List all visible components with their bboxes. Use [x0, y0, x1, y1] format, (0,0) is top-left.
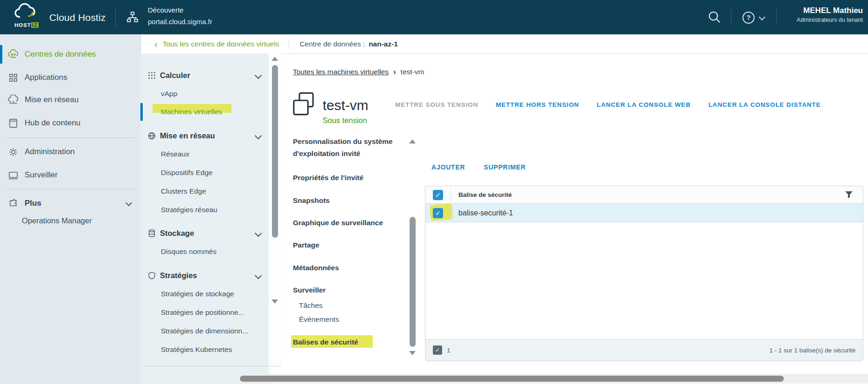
user-role: Administrateurs du tenant	[788, 17, 863, 23]
vm-nav-item-events[interactable]: Événements	[299, 313, 339, 325]
sidebar-item-networking[interactable]: Mise en réseau	[0, 91, 140, 109]
vm-nav-item-guest-properties[interactable]: Propriétés de l'invité	[293, 172, 364, 184]
add-tag-button[interactable]: AJOUTER	[431, 163, 465, 171]
nav-section-storage[interactable]: Stockage	[148, 225, 194, 241]
select-all-checkbox[interactable]: ✓	[433, 190, 443, 200]
delete-tag-button[interactable]: SUPPRIMER	[484, 163, 526, 171]
security-tag-name: balise-securité-1	[458, 209, 513, 217]
breadcrumb-chevron-icon: ›	[393, 67, 396, 77]
vm-nav-label: Tâches	[299, 301, 323, 309]
horizontal-scrollbar-thumb[interactable]	[240, 376, 784, 382]
cloud-logo-icon	[14, 3, 39, 20]
context-breadcrumb-bar: ‹ Tous les centres de données virtuels C…	[140, 34, 868, 54]
vm-nav-item-metadata[interactable]: Métadonnées	[293, 262, 339, 274]
column-header-security-tag[interactable]: Balise de sécurité	[458, 191, 512, 198]
panel-scrollbar-thumb[interactable]	[272, 65, 278, 238]
compute-grid-icon	[148, 72, 156, 79]
nav-item-sizing-policies[interactable]: Stratégies de dimensionn...	[161, 323, 248, 339]
column-divider	[451, 207, 451, 219]
chevron-down-icon	[126, 200, 132, 206]
nav-item-label: Réseaux	[161, 150, 189, 158]
user-menu[interactable]: MEHEL Mathieu Administrateurs du tenant	[788, 6, 863, 23]
all-vms-link[interactable]: Toutes les machines virtuelles	[293, 68, 389, 76]
sidebar-item-label: Administration	[25, 147, 75, 156]
nav-item-label: Stratégies Kubernetes	[161, 345, 232, 354]
vm-nav-item-monitor[interactable]: Surveiller	[293, 284, 326, 296]
nav-item-label: Stratégies de positionne...	[161, 308, 244, 317]
sidebar-item-operations-manager[interactable]: Operations Manager	[0, 211, 140, 230]
vm-nav-item-tasks[interactable]: Tâches	[299, 299, 323, 312]
globe-icon	[148, 132, 156, 140]
sidebar-item-datacenters[interactable]: Centres de données	[0, 45, 140, 64]
nav-item-networks[interactable]: Réseaux	[161, 146, 189, 163]
vm-nav-item-snapshots[interactable]: Snapshots	[293, 195, 330, 207]
back-chevron-icon[interactable]: ‹	[154, 40, 158, 48]
vm-nav-item-monitoring-chart[interactable]: Graphique de surveillance	[293, 217, 383, 229]
vm-nav-label: Personnalisation du système d'exploitati…	[293, 137, 393, 157]
vm-nav-item-security-tags[interactable]: Balises de sécurité	[293, 336, 358, 348]
cloud-network-icon	[8, 95, 19, 105]
vm-nav-label: Événements	[299, 315, 339, 323]
vm-nav-label: Propriétés de l'invité	[293, 174, 364, 182]
help-icon[interactable]: ?	[742, 12, 755, 24]
sidebar-item-applications[interactable]: Applications	[0, 68, 140, 87]
selected-count: 1	[447, 347, 451, 354]
nav-item-label: Stratégies de dimensionn...	[161, 327, 248, 335]
scroll-down-arrow[interactable]	[272, 299, 278, 304]
logo-text-iz: IZ	[31, 22, 39, 28]
table-row[interactable]: ✓ balise-securité-1	[425, 204, 863, 222]
sidebar-item-label: Mise en réseau	[25, 95, 79, 104]
nav-item-named-disks[interactable]: Disques nommés	[161, 243, 217, 260]
help-chevron-down-icon[interactable]	[759, 14, 765, 20]
sidebar-item-administration[interactable]: Administration	[0, 143, 140, 161]
header-context-title: Découverte	[148, 6, 184, 14]
header-divider	[776, 9, 777, 25]
nav-item-virtual-machines[interactable]: Machines virtuelles	[161, 104, 868, 120]
vm-nav-label: Surveiller	[293, 286, 326, 294]
sidebar-item-label: Operations Manager	[22, 216, 92, 225]
nav-section-networking[interactable]: Mise en réseau	[148, 127, 215, 144]
sidebar-divider	[5, 189, 136, 189]
scroll-up-arrow[interactable]	[409, 139, 416, 143]
vm-nav-item-guest-os-customization[interactable]: Personnalisation du système d'exploitati…	[293, 136, 401, 160]
nav-item-label: Stratégies de stockage	[161, 290, 234, 298]
row-checkbox[interactable]: ✓	[433, 208, 443, 218]
scroll-down-arrow[interactable]	[409, 351, 416, 355]
panel-footer-divider	[140, 366, 281, 366]
sidebar-item-label: Hub de contenu	[25, 118, 80, 128]
active-item-indicator	[140, 103, 143, 121]
vm-nav-label: Graphique de surveillance	[293, 219, 383, 227]
nav-section-policies[interactable]: Stratégies	[148, 267, 197, 284]
breadcrumb-current: test-vm	[401, 68, 424, 76]
sidebar-item-monitor[interactable]: Surveiller	[0, 166, 140, 184]
nav-item-network-policies[interactable]: Stratégies réseau	[161, 202, 218, 218]
vm-nav-scrollbar-thumb[interactable]	[410, 217, 416, 347]
nav-item-edge-clusters[interactable]: Clusters Edge	[161, 183, 206, 200]
check-icon: ✓	[435, 191, 441, 199]
nav-item-label: Machines virtuelles	[161, 108, 222, 116]
nav-item-placement-policies[interactable]: Stratégies de positionne...	[161, 304, 244, 321]
filter-icon[interactable]	[845, 191, 853, 198]
sidebar-item-content-hub[interactable]: Hub de contenu	[0, 114, 140, 132]
user-name: MEHEL Mathieu	[788, 6, 863, 15]
main-sidebar: Centres de données Applications Mise en …	[0, 34, 141, 384]
nav-item-edge-gateways[interactable]: Dispositifs Edge	[161, 164, 212, 181]
security-tags-toolbar: AJOUTER SUPPRIMER	[431, 163, 526, 171]
logo-text-host: HOST	[14, 22, 31, 28]
vm-nav-item-sharing[interactable]: Partage	[293, 239, 319, 251]
search-icon[interactable]	[708, 10, 722, 24]
nav-item-label: Disques nommés	[161, 247, 217, 256]
brand-logo[interactable]: HOSTIZ	[11, 3, 42, 28]
nav-item-label: vApp	[161, 90, 177, 98]
nav-item-vapp[interactable]: vApp	[161, 85, 177, 102]
table-header-row: ✓ Balise de sécurité	[425, 186, 863, 204]
nav-section-compute[interactable]: Calculer	[148, 67, 190, 84]
scroll-up-arrow[interactable]	[272, 57, 278, 61]
help-glyph: ?	[747, 14, 751, 21]
nav-item-storage-policies[interactable]: Stratégies de stockage	[161, 286, 234, 302]
sidebar-item-more[interactable]: Plus	[0, 194, 140, 213]
shield-icon	[148, 272, 156, 280]
logo-wordmark: HOSTIZ	[11, 22, 42, 28]
back-to-datacenters-link[interactable]: Tous les centres de données virtuels	[163, 40, 279, 48]
nav-item-kubernetes-policies[interactable]: Stratégies Kubernetes	[161, 341, 232, 358]
